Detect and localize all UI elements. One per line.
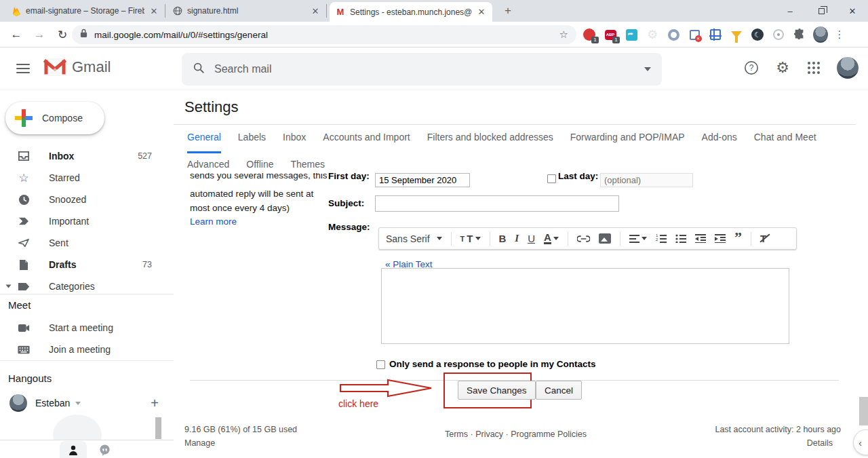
message-format-toolbar: Sans Serif TT B I U A 12 ” T <box>378 227 797 250</box>
grid-extension-icon[interactable] <box>708 27 723 42</box>
hangouts-section-title: Hangouts <box>8 373 52 384</box>
sidebar-item-important[interactable]: Important <box>0 210 168 232</box>
chevron-down-icon[interactable] <box>75 402 81 405</box>
sidebar-item-join-meeting[interactable]: Join a meeting <box>0 339 168 360</box>
details-link[interactable]: Details <box>807 438 833 448</box>
side-panel-collapse-button[interactable]: ‹ <box>853 430 868 455</box>
numbered-list-icon[interactable]: 12 <box>656 234 667 243</box>
tab-close-icon[interactable]: ✕ <box>476 7 487 17</box>
subject-input[interactable] <box>375 195 619 212</box>
contacts-tab[interactable] <box>60 441 87 458</box>
align-icon[interactable] <box>629 235 647 243</box>
hangouts-icon <box>99 444 111 456</box>
adblock-extension-icon[interactable]: 1 <box>582 27 597 42</box>
compose-button[interactable]: Compose <box>5 102 104 134</box>
ring-extension-icon[interactable] <box>666 27 681 42</box>
vacation-note-line: sends you several messages, this <box>190 173 328 180</box>
tab-forwarding[interactable]: Forwarding and POP/IMAP <box>570 132 685 153</box>
help-icon[interactable]: ? <box>743 60 760 76</box>
learn-more-link[interactable]: Learn more <box>190 216 237 227</box>
person-icon <box>68 445 78 455</box>
gmail-logo[interactable]: Gmail <box>43 58 111 76</box>
tab-inbox[interactable]: Inbox <box>283 132 306 153</box>
sidebar-bottom-bar <box>0 440 174 458</box>
tab-add-ons[interactable]: Add-ons <box>702 132 737 153</box>
remove-formatting-icon[interactable]: T <box>760 233 766 244</box>
expand-arrow-icon[interactable] <box>6 285 12 288</box>
contacts-only-label: Only send a response to people in my Con… <box>389 359 596 369</box>
settings-gear-icon[interactable]: ⚙ <box>774 60 791 76</box>
hangouts-contact-row[interactable]: Esteban + <box>0 392 174 414</box>
sidebar-item-inbox[interactable]: Inbox 527 <box>0 145 168 167</box>
tab-accounts-and-import[interactable]: Accounts and Import <box>323 132 410 153</box>
bullet-list-icon[interactable] <box>675 234 686 243</box>
settings-faded-extension-icon[interactable]: ⚙ <box>645 27 660 42</box>
sidebar-item-drafts[interactable]: Drafts 73 <box>0 254 168 275</box>
vacation-note-line: most once every 4 days) <box>190 203 290 213</box>
funnel-extension-icon[interactable] <box>729 27 744 42</box>
dark-reader-extension-icon[interactable]: ☾ <box>750 27 765 42</box>
sidebar-item-snoozed[interactable]: Snoozed <box>0 189 168 210</box>
back-button[interactable]: ← <box>7 22 26 47</box>
close-button[interactable]: ✕ <box>837 0 868 22</box>
main-scrollbar[interactable] <box>859 397 868 425</box>
indent-icon[interactable] <box>715 234 726 243</box>
manage-storage-link[interactable]: Manage <box>184 438 215 448</box>
restore-button[interactable] <box>806 0 837 22</box>
first-day-input[interactable] <box>375 173 470 187</box>
tab-labels[interactable]: Labels <box>238 132 266 153</box>
account-avatar[interactable] <box>837 57 859 79</box>
inbox-count: 527 <box>138 151 152 161</box>
browser-tab-gmail-settings[interactable]: M Settings - esteban.munch.jones@ ✕ <box>330 2 492 22</box>
underline-icon[interactable]: U <box>528 233 535 244</box>
tab-close-icon[interactable]: ✕ <box>149 6 159 16</box>
adblock-plus-extension-icon[interactable]: ABP1 <box>603 27 618 42</box>
link-icon[interactable] <box>577 235 590 242</box>
bookmark-star-icon[interactable]: ☆ <box>559 28 568 41</box>
hangouts-tab[interactable] <box>91 441 118 458</box>
italic-icon[interactable]: I <box>515 233 519 244</box>
tab-chat-and-meet[interactable]: Chat and Meet <box>754 132 816 153</box>
forward-button[interactable]: → <box>30 22 49 47</box>
sidebar-item-start-meeting[interactable]: Start a meeting <box>0 317 168 339</box>
last-day-checkbox[interactable] <box>547 174 556 183</box>
blocker-extension-icon[interactable] <box>687 27 702 42</box>
insert-image-icon[interactable] <box>599 233 611 244</box>
sidebar-item-starred[interactable]: ☆ Starred <box>0 167 168 189</box>
quote-icon[interactable]: ” <box>734 234 742 244</box>
gmail-favicon: M <box>335 7 346 18</box>
text-color-icon[interactable]: A <box>544 233 559 244</box>
new-tab-button[interactable]: + <box>499 3 517 19</box>
extensions-puzzle-icon[interactable] <box>792 27 807 42</box>
tab-general[interactable]: General <box>187 132 221 153</box>
new-hangout-button[interactable]: + <box>151 396 159 411</box>
search-options-icon[interactable] <box>644 67 651 71</box>
browser-tab-signature[interactable]: signature.html ✕ <box>167 4 327 18</box>
main-menu-icon[interactable] <box>16 62 30 75</box>
cancel-button[interactable]: Cancel <box>536 381 582 400</box>
translate-extension-icon[interactable] <box>624 27 639 42</box>
browser-profile-avatar[interactable] <box>813 27 828 42</box>
target-extension-icon[interactable] <box>771 27 786 42</box>
contacts-only-checkbox[interactable] <box>376 360 385 369</box>
font-size-icon[interactable]: TT <box>460 233 481 244</box>
minimize-button[interactable]: – <box>774 0 806 22</box>
font-family-select[interactable]: Sans Serif <box>386 233 442 244</box>
tab-filters[interactable]: Filters and blocked addresses <box>427 132 553 153</box>
save-changes-button[interactable]: Save Changes <box>458 381 536 400</box>
last-day-input[interactable] <box>600 173 693 187</box>
outdent-icon[interactable] <box>695 234 706 243</box>
sidebar-scrollbar[interactable] <box>155 417 161 439</box>
reload-button[interactable]: ↻ <box>53 22 72 47</box>
bold-icon[interactable]: B <box>499 233 507 244</box>
address-bar[interactable]: mail.google.com/mail/u/0/#settings/gener… <box>72 25 576 44</box>
apps-grid-icon[interactable] <box>806 60 822 76</box>
browser-tab-firebase[interactable]: email-signature – Storage – Fireb ✕ <box>5 4 165 18</box>
tab-close-icon[interactable]: ✕ <box>310 6 321 16</box>
browser-menu-icon[interactable]: ⋮ <box>834 27 845 42</box>
footer-links[interactable]: Terms · Privacy · Programme Policies <box>445 430 587 439</box>
url-text: mail.google.com/mail/u/0/#settings/gener… <box>94 30 559 40</box>
sidebar-item-sent[interactable]: Sent <box>0 232 168 254</box>
message-textarea[interactable] <box>381 268 789 344</box>
search-input[interactable]: Search mail <box>182 53 662 85</box>
